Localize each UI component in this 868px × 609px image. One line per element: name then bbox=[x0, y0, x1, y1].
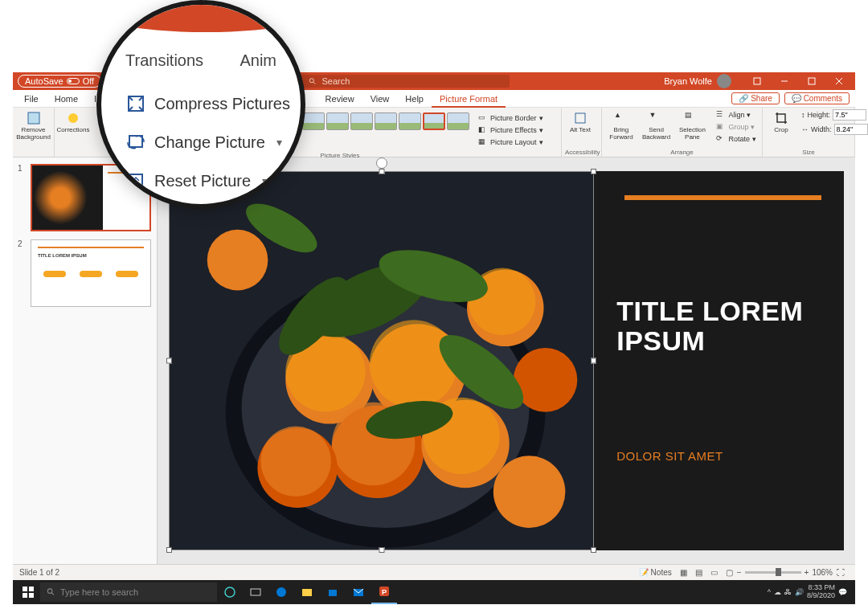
slide-canvas[interactable]: TITLE LOREM IPSUM DOLOR SIT AMET bbox=[158, 157, 855, 564]
height-row: ↕Height: bbox=[801, 109, 868, 121]
chevron-down-icon: ▾ bbox=[262, 174, 268, 187]
svg-rect-52 bbox=[129, 136, 142, 147]
mail-icon[interactable] bbox=[346, 580, 371, 604]
system-tray[interactable]: ^ ☁ 🖧 🔊 8:33 PM8/9/2020 💬 bbox=[763, 584, 852, 600]
group-icon: ▣ bbox=[716, 122, 726, 132]
tray-chevron-icon[interactable]: ^ bbox=[768, 588, 771, 596]
style-thumb-6[interactable] bbox=[423, 112, 445, 130]
slide-thumb-2[interactable]: 2 TITLE LOREM IPSUM bbox=[18, 239, 152, 307]
svg-rect-44 bbox=[251, 589, 260, 595]
alt-text-button[interactable]: Alt Text bbox=[565, 109, 596, 148]
resize-handle-b[interactable] bbox=[379, 547, 384, 553]
network-icon[interactable]: 🖧 bbox=[784, 588, 792, 596]
zoom-slider[interactable] bbox=[745, 571, 801, 574]
picture-border-button[interactable]: ▭Picture Border ▾ bbox=[476, 112, 546, 124]
style-thumb-5[interactable] bbox=[399, 112, 421, 130]
rotate-handle[interactable] bbox=[376, 157, 387, 169]
start-button[interactable] bbox=[16, 580, 40, 604]
ribbon-display-options[interactable] bbox=[746, 72, 768, 90]
change-picture-button[interactable]: Change Picture ▾ bbox=[125, 132, 290, 153]
close-button[interactable] bbox=[828, 72, 850, 90]
notifications-icon[interactable]: 💬 bbox=[838, 588, 847, 596]
store-icon[interactable] bbox=[320, 580, 346, 604]
svg-point-45 bbox=[276, 587, 286, 597]
tab-picture-format[interactable]: Picture Format bbox=[432, 90, 506, 108]
style-thumb-4[interactable] bbox=[375, 112, 397, 130]
task-view-icon[interactable] bbox=[243, 580, 268, 604]
slide-title[interactable]: TITLE LOREM IPSUM bbox=[616, 296, 821, 357]
compress-pictures-button[interactable]: Compress Pictures bbox=[125, 93, 290, 114]
onedrive-icon[interactable]: ☁ bbox=[774, 588, 781, 596]
explorer-icon[interactable] bbox=[294, 580, 320, 604]
svg-point-30 bbox=[493, 456, 566, 528]
taskbar-search[interactable] bbox=[40, 582, 217, 602]
svg-point-25 bbox=[260, 427, 331, 497]
resize-handle-bl[interactable] bbox=[166, 547, 172, 553]
user-account[interactable]: Bryan Wolfe bbox=[664, 74, 731, 88]
crop-button[interactable]: Crop bbox=[766, 109, 796, 148]
resize-handle-tr[interactable] bbox=[591, 169, 596, 174]
view-sorter-icon[interactable]: ▤ bbox=[691, 568, 706, 577]
style-thumb-3[interactable] bbox=[350, 112, 373, 130]
tab-file[interactable]: File bbox=[16, 90, 47, 108]
svg-point-41 bbox=[47, 589, 52, 594]
fit-to-window-icon[interactable]: ⛶ bbox=[833, 568, 849, 577]
align-button[interactable]: ☰Align ▾ bbox=[714, 109, 759, 121]
style-thumb-7[interactable] bbox=[447, 112, 469, 130]
selected-picture[interactable] bbox=[169, 171, 594, 550]
border-icon: ▭ bbox=[478, 113, 488, 123]
taskbar-search-input[interactable] bbox=[60, 587, 211, 597]
slide-subtitle[interactable]: DOLOR SIT AMET bbox=[616, 449, 821, 463]
rotate-icon: ⟳ bbox=[716, 134, 726, 144]
powerpoint-icon[interactable]: P bbox=[371, 580, 397, 604]
slide-text-area: TITLE LOREM IPSUM DOLOR SIT AMET bbox=[594, 171, 844, 550]
share-button[interactable]: 🔗 Share bbox=[731, 92, 779, 104]
effects-icon: ◧ bbox=[478, 125, 488, 135]
remove-background-button[interactable]: Remove Background bbox=[16, 109, 51, 157]
width-input[interactable] bbox=[834, 124, 868, 135]
bring-forward-button[interactable]: ▲Bring Forward bbox=[605, 109, 637, 148]
minimize-button[interactable] bbox=[773, 72, 796, 90]
volume-icon[interactable]: 🔊 bbox=[795, 588, 804, 596]
notes-button[interactable]: 📝 Notes bbox=[635, 568, 676, 577]
svg-rect-47 bbox=[329, 590, 337, 596]
autosave-toggle[interactable]: AutoSave Off bbox=[18, 75, 101, 88]
view-reading-icon[interactable]: ▭ bbox=[706, 568, 722, 577]
tab-help[interactable]: Help bbox=[397, 90, 432, 108]
style-thumb-1[interactable] bbox=[302, 112, 325, 130]
edge-icon[interactable] bbox=[268, 580, 294, 604]
send-backward-button[interactable]: ▼Send Backward bbox=[639, 109, 674, 148]
crop-icon bbox=[774, 111, 788, 125]
svg-rect-4 bbox=[754, 78, 760, 84]
tab-view[interactable]: View bbox=[362, 90, 398, 108]
picture-layout-button[interactable]: ▦Picture Layout ▾ bbox=[476, 137, 546, 148]
bring-forward-icon: ▲ bbox=[614, 111, 628, 125]
tab-home[interactable]: Home bbox=[47, 90, 86, 108]
group-button[interactable]: ▣Group ▾ bbox=[714, 121, 759, 133]
cortana-icon[interactable] bbox=[217, 580, 243, 604]
view-slideshow-icon[interactable]: ▢ bbox=[722, 568, 737, 577]
resize-handle-r[interactable] bbox=[591, 358, 596, 364]
search-icon bbox=[309, 77, 317, 86]
zoom-control[interactable]: −+106% bbox=[737, 568, 833, 577]
style-thumb-2[interactable] bbox=[326, 112, 349, 130]
resize-handle-t[interactable] bbox=[379, 169, 384, 174]
view-normal-icon[interactable]: ▦ bbox=[676, 568, 691, 577]
picture-effects-button[interactable]: ◧Picture Effects ▾ bbox=[476, 125, 546, 136]
resize-handle-l[interactable] bbox=[166, 358, 172, 364]
resize-handle-br[interactable] bbox=[591, 547, 596, 553]
search-box[interactable] bbox=[301, 75, 510, 88]
comments-button[interactable]: 💬 Comments bbox=[784, 92, 850, 104]
maximize-button[interactable] bbox=[800, 72, 823, 90]
selection-pane-button[interactable]: ▤Selection Pane bbox=[675, 109, 709, 148]
height-input[interactable] bbox=[833, 109, 866, 121]
rotate-button[interactable]: ⟳Rotate ▾ bbox=[714, 133, 759, 145]
slide: TITLE LOREM IPSUM DOLOR SIT AMET bbox=[169, 171, 844, 550]
search-input[interactable] bbox=[321, 76, 502, 86]
svg-rect-12 bbox=[575, 113, 585, 123]
corrections-button[interactable]: Corrections bbox=[58, 109, 88, 157]
status-bar: Slide 1 of 2 📝 Notes ▦ ▤ ▭ ▢ −+106% ⛶ bbox=[13, 564, 855, 580]
chevron-down-icon: ▾ bbox=[276, 136, 282, 149]
tab-review[interactable]: Review bbox=[317, 90, 362, 108]
clock[interactable]: 8:33 PM8/9/2020 bbox=[807, 584, 835, 600]
